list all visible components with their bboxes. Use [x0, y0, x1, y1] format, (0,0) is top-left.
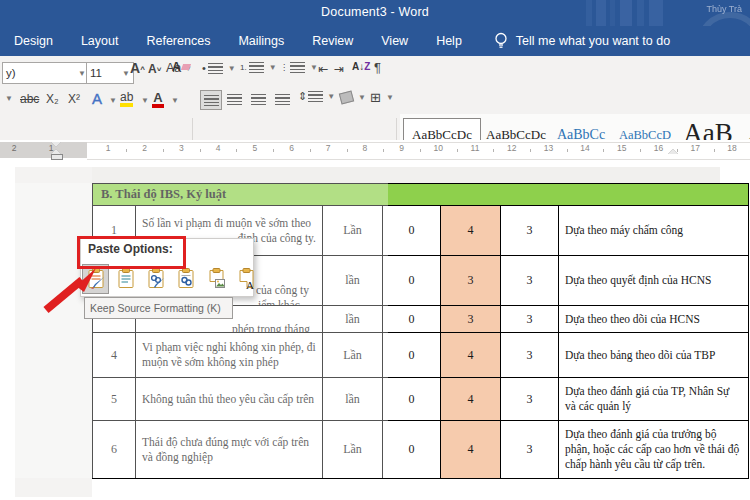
row-score: 4 — [441, 378, 501, 421]
highlight-icon[interactable]: ab — [120, 90, 133, 107]
row-number: 4 — [93, 333, 136, 378]
row-unit: lần — [323, 378, 383, 421]
evaluation-table[interactable]: B. Thái độ IBS, Kỷ luật 1 Số lần vi phạm… — [92, 183, 749, 479]
lightbulb-icon — [494, 32, 508, 50]
font-size-value: 11 — [90, 67, 102, 79]
row-score: 3 — [441, 256, 501, 306]
selection-band — [15, 167, 720, 183]
row-unit: lần — [323, 256, 383, 306]
row-unit: Lần — [323, 206, 383, 256]
justify-icon[interactable] — [272, 90, 292, 108]
document-title: Document3 - Word — [0, 5, 750, 19]
row-unit: Lần — [323, 333, 383, 378]
decrease-indent-icon[interactable]: ⇤ — [318, 62, 328, 76]
tab-help[interactable]: Help — [422, 26, 476, 56]
clear-formatting-icon[interactable]: A — [172, 60, 190, 74]
underline-options-chevron-icon[interactable]: ▼ — [2, 94, 13, 103]
text-effects-icon[interactable]: A — [92, 90, 102, 107]
row-basis: Dựa theo quyết định của HCNS — [559, 256, 749, 306]
row-min: 0 — [383, 256, 441, 306]
chevron-down-icon[interactable]: ▼ — [138, 96, 149, 105]
row-basis: Dựa theo máy chấm công — [559, 206, 749, 256]
row-max: 3 — [501, 256, 559, 306]
ruler-numbers: 21123456789101112131415161718 — [0, 140, 750, 160]
row-description: Không tuân thủ theo yêu cầu cấp trên — [136, 378, 323, 421]
row-description: Vi phạm việc nghỉ không xin phép, đi muộ… — [136, 333, 323, 378]
row-score: 4 — [441, 421, 501, 479]
tab-design[interactable]: Design — [0, 26, 67, 56]
row-unit: lần — [323, 306, 383, 333]
chevron-down-icon[interactable]: ▼ — [106, 96, 117, 105]
align-right-icon[interactable] — [248, 90, 268, 108]
horizontal-ruler[interactable]: 21123456789101112131415161718 — [0, 140, 750, 161]
font-color-icon[interactable]: A — [152, 90, 164, 108]
font-size-combo[interactable]: 11▼ — [86, 62, 134, 84]
svg-text:A: A — [246, 279, 254, 291]
title-bar: Document3 - Word Thùy Trà — [0, 0, 750, 26]
row-basis: Dựa theo đánh giá của TP, Nhân Sự và các… — [559, 378, 749, 421]
row-description: Thái độ chưa đúng mực với cấp trên và đồ… — [136, 421, 323, 479]
table-row: 4 Vi phạm việc nghỉ không xin phép, đi m… — [93, 333, 749, 378]
row-max: 3 — [501, 378, 559, 421]
table-header-row: B. Thái độ IBS, Kỷ luật — [93, 184, 749, 206]
strikethrough-icon[interactable]: abc — [20, 92, 39, 106]
ribbon-tab-bar: Design Layout References Mailings Review… — [0, 26, 750, 56]
numbering-icon[interactable]: 1.▼ — [240, 62, 277, 73]
shading-icon[interactable]: ▼ — [340, 92, 366, 103]
keep-text-only-icon[interactable]: A — [232, 264, 259, 294]
tab-view[interactable]: View — [367, 26, 422, 56]
chevron-down-icon: ▼ — [122, 69, 130, 78]
borders-icon[interactable]: ⊞▼ — [370, 90, 394, 105]
row-min: 0 — [383, 333, 441, 378]
grow-font-icon[interactable]: A˄ — [130, 60, 145, 76]
multilevel-list-icon[interactable]: ⋮▼ — [280, 62, 318, 73]
shrink-font-icon[interactable]: A˅ — [148, 62, 161, 76]
row-max: 3 — [501, 421, 559, 479]
row-score: 3 — [441, 306, 501, 333]
increase-indent-icon[interactable]: ⇥ — [334, 62, 344, 76]
user-name: Thùy Trà — [706, 4, 742, 14]
table-row: 5 Không tuân thủ theo yêu cầu cấp trên l… — [93, 378, 749, 421]
right-indent-marker-icon[interactable] — [668, 149, 678, 154]
superscript-icon[interactable]: X² — [68, 92, 80, 106]
chevron-down-icon: ▼ — [78, 69, 86, 78]
row-max: 3 — [501, 206, 559, 256]
annotation-red-arrow — [38, 264, 100, 316]
align-left-icon[interactable] — [200, 90, 222, 110]
line-spacing-icon[interactable]: ⇕▼ — [298, 90, 335, 103]
row-number: 5 — [93, 378, 136, 421]
row-min: 0 — [383, 378, 441, 421]
chevron-down-icon[interactable]: ▼ — [168, 96, 179, 105]
tab-mailings[interactable]: Mailings — [224, 26, 298, 56]
subscript-icon[interactable]: X₂ — [46, 92, 59, 106]
tell-me-box[interactable]: Tell me what you want to do — [494, 32, 670, 50]
row-score: 4 — [441, 206, 501, 256]
row-min: 0 — [383, 206, 441, 256]
tell-me-label: Tell me what you want to do — [516, 34, 670, 48]
indent-markers-icon[interactable] — [51, 142, 63, 160]
picture-icon[interactable] — [202, 264, 229, 294]
row-max: 3 — [501, 306, 559, 333]
row-min: 0 — [383, 421, 441, 479]
row-basis: Dựa theo bảng theo dõi của TBP — [559, 333, 749, 378]
sort-icon[interactable]: A↓Z — [352, 61, 370, 72]
table-row: 6 Thái độ chưa đúng mực với cấp trên và … — [93, 421, 749, 479]
row-basis: Dựa theo theo dõi của HCNS — [559, 306, 749, 333]
bullets-icon[interactable]: •▼ — [202, 62, 236, 74]
row-number: 6 — [93, 421, 136, 479]
font-name-combo[interactable]: y)▼ — [2, 62, 90, 84]
table-header-title: B. Thái độ IBS, Kỷ luật — [93, 184, 749, 206]
show-marks-icon[interactable]: ¶ — [374, 60, 381, 75]
word-window: Document3 - Word Thùy Trà Design Layout … — [0, 0, 750, 500]
document-page[interactable]: B. Thái độ IBS, Kỷ luật 1 Số lần vi phạm… — [0, 160, 750, 500]
row-unit: Lần — [323, 421, 383, 479]
row-score: 4 — [441, 333, 501, 378]
paste-tooltip: Keep Source Formatting (K) — [84, 297, 233, 319]
row-min: 0 — [383, 306, 441, 333]
tooltip-text: Keep Source Formatting (K) — [90, 302, 221, 314]
tab-layout[interactable]: Layout — [67, 26, 133, 56]
tab-references[interactable]: References — [132, 26, 224, 56]
align-center-icon[interactable] — [224, 90, 244, 108]
tab-review[interactable]: Review — [298, 26, 367, 56]
row-basis: Dựa theo đánh giá của trưởng bộ phận, ho… — [559, 421, 749, 479]
